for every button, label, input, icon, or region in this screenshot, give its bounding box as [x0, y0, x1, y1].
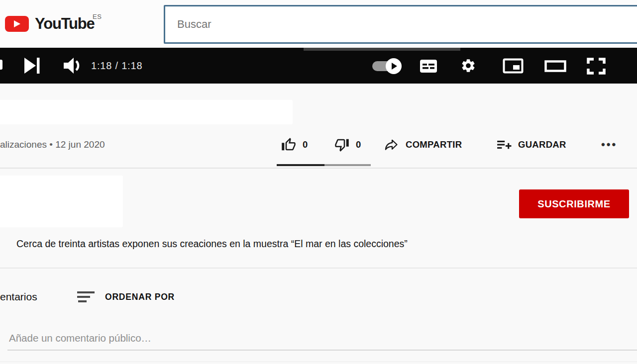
- divider: [0, 168, 637, 169]
- search-input[interactable]: [164, 5, 637, 44]
- miniplayer-button[interactable]: [503, 58, 524, 74]
- youtube-wordmark: YouTube: [35, 15, 95, 33]
- dislike-count: 0: [356, 139, 361, 150]
- miniplayer-icon: [503, 58, 524, 74]
- like-count: 0: [303, 139, 308, 150]
- volume-icon: [63, 56, 84, 75]
- sort-by-button[interactable]: ORDENAR POR: [77, 290, 175, 304]
- video-title-placeholder: [0, 100, 293, 124]
- more-actions-button[interactable]: •••: [601, 135, 617, 154]
- save-label: GUARDAR: [518, 139, 566, 150]
- autoplay-toggle[interactable]: [372, 58, 402, 73]
- video-description: Cerca de treinta artistas exponen sus cr…: [16, 238, 408, 250]
- add-comment-input[interactable]: [9, 328, 628, 348]
- share-arrow-icon: [383, 137, 399, 152]
- comment-input-underline: [7, 350, 637, 351]
- next-video-button[interactable]: [23, 55, 41, 76]
- theater-mode-button[interactable]: [544, 60, 566, 72]
- share-label: COMPARTIR: [406, 139, 462, 150]
- sort-icon: [77, 291, 95, 304]
- youtube-watch-page: YouTube ES 1:18 / 1:18: [0, 0, 637, 364]
- play-button-fragment[interactable]: [0, 60, 2, 70]
- subtitles-button[interactable]: [420, 59, 437, 73]
- settings-gear-icon: [460, 58, 476, 74]
- fullscreen-button[interactable]: [586, 57, 606, 75]
- like-button[interactable]: 0: [281, 135, 308, 154]
- share-button[interactable]: COMPARTIR: [383, 135, 462, 154]
- time-display: 1:18 / 1:18: [91, 48, 142, 84]
- player-control-bar: 1:18 / 1:18: [0, 48, 637, 84]
- next-icon: [23, 55, 41, 76]
- view-count-date: alizaciones • 12 jun 2020: [0, 139, 105, 150]
- autoplay-toggle-icon: [386, 58, 402, 74]
- playlist-add-icon: [497, 138, 512, 152]
- thumb-down-icon: [334, 137, 349, 152]
- header: YouTube ES: [0, 0, 637, 48]
- dislike-button[interactable]: 0: [334, 135, 361, 154]
- progress-buffer-bar[interactable]: [304, 48, 460, 51]
- channel-info-placeholder: [0, 176, 123, 227]
- save-button[interactable]: GUARDAR: [497, 135, 566, 154]
- thumb-up-icon: [281, 137, 296, 152]
- subscribe-button[interactable]: SUSCRIBIRME: [519, 189, 629, 218]
- theater-mode-icon: [544, 60, 566, 72]
- more-dots-icon: •••: [601, 138, 617, 151]
- like-dislike-bar: [277, 164, 371, 166]
- fullscreen-icon: [586, 57, 606, 75]
- comments-count-title: entarios: [0, 291, 37, 303]
- volume-button[interactable]: [63, 56, 84, 75]
- divider: [0, 362, 637, 362]
- logo-region-label: ES: [93, 13, 102, 20]
- youtube-play-icon: [5, 16, 29, 32]
- subtitles-icon: [420, 59, 437, 73]
- divider: [0, 268, 637, 269]
- sort-by-label: ORDENAR POR: [105, 292, 175, 302]
- settings-button[interactable]: [460, 58, 476, 74]
